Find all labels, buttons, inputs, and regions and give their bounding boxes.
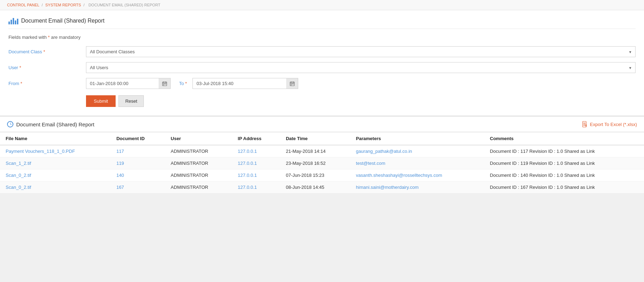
breadcrumb-control-panel[interactable]: CONTROL PANEL xyxy=(7,3,39,7)
svg-rect-6 xyxy=(165,84,166,84)
table-row: Scan_0_2.tif 140 ADMINISTRATOR 127.0.0.1… xyxy=(0,169,644,181)
reset-button[interactable]: Reset xyxy=(118,95,144,107)
col-header-ip: IP Address xyxy=(232,132,280,145)
cell-ip: 127.0.0.1 xyxy=(232,181,280,193)
cell-ip: 127.0.0.1 xyxy=(232,157,280,169)
calendar-icon xyxy=(290,81,295,86)
cell-filename: Scan_0_2.tif xyxy=(0,169,111,181)
results-panel: Document Email (Shared) Report X Export … xyxy=(0,117,644,193)
svg-rect-14 xyxy=(293,84,294,84)
cell-filename: Scan_1_2.tif xyxy=(0,157,111,169)
cell-params: himani.saini@motherdairy.com xyxy=(350,181,484,193)
from-date-wrapper xyxy=(86,78,171,89)
calendar-icon xyxy=(162,81,167,86)
excel-icon: X xyxy=(582,121,588,127)
bar-chart-icon xyxy=(8,17,18,24)
breadcrumb-current: DOCUMENT EMAIL (SHARED) REPORT xyxy=(88,3,160,7)
cell-user: ADMINISTRATOR xyxy=(165,157,232,169)
cell-docid: 119 xyxy=(111,157,165,169)
cell-params: vasanth.sheshashayi@rosselltechsys.com xyxy=(350,169,484,181)
table-row: Payment Vouchers_118_1_0.PDF 117 ADMINIS… xyxy=(0,145,644,157)
cell-datetime: 23-May-2018 16:52 xyxy=(280,157,350,169)
svg-rect-15 xyxy=(291,85,292,85)
svg-rect-12 xyxy=(291,84,292,84)
svg-rect-5 xyxy=(164,84,165,84)
cell-datetime: 08-Jun-2018 14:45 xyxy=(280,181,350,193)
cell-params: test@test.com xyxy=(350,157,484,169)
cell-user: ADMINISTRATOR xyxy=(165,181,232,193)
cell-docid: 140 xyxy=(111,169,165,181)
col-header-filename: File Name xyxy=(0,132,111,145)
cell-comments: Document ID : 167 Revision ID : 1.0 Shar… xyxy=(484,181,644,193)
cell-user: ADMINISTRATOR xyxy=(165,169,232,181)
breadcrumb: CONTROL PANEL / SYSTEM REPORTS / DOCUMEN… xyxy=(0,0,644,10)
col-header-params: Parameters xyxy=(350,132,484,145)
document-class-select-wrapper: All Document Classes xyxy=(86,46,636,57)
cell-datetime: 07-Jun-2018 15:23 xyxy=(280,169,350,181)
form-panel-title: Document Email (Shared) Report xyxy=(21,18,105,24)
document-class-label: Document Class * xyxy=(8,49,86,54)
cell-filename: Payment Vouchers_118_1_0.PDF xyxy=(0,145,111,157)
svg-rect-4 xyxy=(163,84,164,84)
user-label: User * xyxy=(8,65,86,70)
svg-rect-13 xyxy=(292,84,293,84)
user-select-wrapper: All Users xyxy=(86,62,636,73)
to-date-wrapper xyxy=(192,78,298,89)
to-calendar-button[interactable] xyxy=(286,78,298,89)
results-header: Document Email (Shared) Report X Export … xyxy=(0,117,644,132)
clock-icon xyxy=(7,121,13,127)
mandatory-note: Fields marked with * are mandatory xyxy=(8,35,636,40)
to-label: To * xyxy=(179,81,187,86)
cell-params: gaurang_pathak@atul.co.in xyxy=(350,145,484,157)
breadcrumb-system-reports[interactable]: SYSTEM REPORTS xyxy=(45,3,81,7)
col-header-comments: Comments xyxy=(484,132,644,145)
form-panel-header: Document Email (Shared) Report xyxy=(8,17,636,29)
export-excel-button[interactable]: X Export To Excel (*.xlsx) xyxy=(582,121,637,127)
results-title: Document Email (Shared) Report xyxy=(7,121,94,127)
to-date-input[interactable] xyxy=(192,78,298,89)
cell-filename: Scan_0_2.tif xyxy=(0,181,111,193)
document-class-row: Document Class * All Document Classes xyxy=(8,46,636,57)
col-header-docid: Document ID xyxy=(111,132,165,145)
from-date-input[interactable] xyxy=(86,78,171,89)
table-header-row: File Name Document ID User IP Address Da… xyxy=(0,132,644,145)
svg-text:X: X xyxy=(585,124,587,127)
breadcrumb-sep1: / xyxy=(42,3,43,7)
user-row: User * All Users xyxy=(8,62,636,73)
export-label: Export To Excel (*.xlsx) xyxy=(590,122,637,127)
from-label: From * xyxy=(8,81,86,86)
document-class-select[interactable]: All Document Classes xyxy=(86,46,636,57)
date-row: From * To * xyxy=(8,78,636,89)
table-row: Scan_1_2.tif 119 ADMINISTRATOR 127.0.0.1… xyxy=(0,157,644,169)
from-calendar-button[interactable] xyxy=(159,78,171,89)
form-panel: Document Email (Shared) Report Fields ma… xyxy=(0,10,644,117)
results-table: File Name Document ID User IP Address Da… xyxy=(0,132,644,193)
cell-ip: 127.0.0.1 xyxy=(232,145,280,157)
cell-comments: Document ID : 119 Revision ID : 1.0 Shar… xyxy=(484,157,644,169)
submit-button[interactable]: Submit xyxy=(86,95,116,107)
table-row: Scan_0_2.tif 167 ADMINISTRATOR 127.0.0.1… xyxy=(0,181,644,193)
cell-docid: 117 xyxy=(111,145,165,157)
svg-rect-7 xyxy=(163,85,164,85)
cell-comments: Document ID : 140 Revision ID : 1.0 Shar… xyxy=(484,169,644,181)
cell-datetime: 21-May-2018 14:14 xyxy=(280,145,350,157)
cell-user: ADMINISTRATOR xyxy=(165,145,232,157)
results-title-text: Document Email (Shared) Report xyxy=(16,121,94,127)
button-row: Submit Reset xyxy=(86,95,636,107)
cell-docid: 167 xyxy=(111,181,165,193)
cell-comments: Document ID : 117 Revision ID : 1.0 Shar… xyxy=(484,145,644,157)
user-select[interactable]: All Users xyxy=(86,62,636,73)
col-header-datetime: Date Time xyxy=(280,132,350,145)
col-header-user: User xyxy=(165,132,232,145)
cell-ip: 127.0.0.1 xyxy=(232,169,280,181)
breadcrumb-sep2: / xyxy=(84,3,85,7)
